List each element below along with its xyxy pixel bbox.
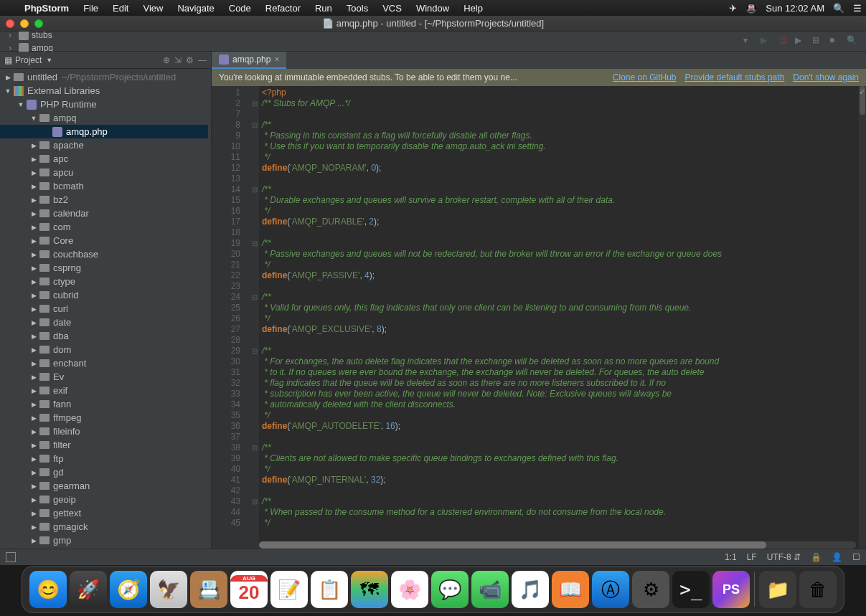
close-window-button[interactable] — [6, 19, 14, 28]
readonly-lock-icon[interactable]: 🔒 — [811, 552, 822, 562]
dock-calendar[interactable]: AUG20 — [230, 571, 268, 608]
chevron-right-icon[interactable]: ▶ — [29, 319, 39, 326]
dock-notes[interactable]: 📝 — [270, 571, 308, 608]
tree-item[interactable]: ▶couchbase — [0, 247, 208, 261]
dock-photos[interactable]: 🌸 — [391, 571, 428, 608]
file-encoding[interactable]: UTF-8 ⇵ — [767, 552, 801, 562]
chevron-right-icon[interactable]: ▶ — [29, 142, 39, 149]
chevron-right-icon[interactable]: ▶ — [29, 387, 39, 394]
tree-item[interactable]: ▶apache — [0, 138, 208, 152]
chevron-right-icon[interactable]: ▶ — [29, 251, 39, 258]
close-tab-button[interactable]: × — [274, 55, 279, 65]
collapse-icon[interactable]: ⇲ — [174, 55, 182, 65]
spotlight-icon[interactable]: 🔍 — [829, 3, 849, 14]
dock-safari[interactable]: 🧭 — [110, 571, 147, 608]
tree-item[interactable]: ▶fileinfo — [0, 425, 208, 438]
chevron-right-icon[interactable]: ▶ — [29, 414, 39, 422]
hide-icon[interactable]: — — [198, 55, 207, 65]
code-text[interactable]: <?php/** Stubs for AMQP ...*/ /** * Pass… — [259, 86, 866, 549]
dock-itunes[interactable]: 🎵 — [512, 571, 549, 608]
tree-item[interactable]: ▶ctype — [0, 275, 208, 288]
dock-facetime[interactable]: 📹 — [471, 571, 509, 608]
tree-item[interactable]: ▶curl — [0, 302, 208, 316]
menu-help[interactable]: Help — [456, 3, 490, 14]
dock-launchpad[interactable]: 🚀 — [70, 571, 107, 608]
app-menu[interactable]: PhpStorm — [17, 3, 76, 14]
chevron-right-icon[interactable]: ▶ — [29, 278, 39, 285]
tree-item[interactable]: ▶exif — [0, 384, 208, 397]
coverage-button[interactable]: ▶ — [795, 35, 808, 48]
chevron-right-icon[interactable]: ▶ — [29, 305, 39, 313]
dock-reminders[interactable]: 📋 — [311, 571, 348, 608]
caret-position[interactable]: 1:1 — [725, 552, 737, 562]
dock-messages[interactable]: 💬 — [431, 571, 469, 608]
chevron-right-icon[interactable]: ▶ — [29, 374, 39, 381]
tree-item[interactable]: ▶dba — [0, 329, 208, 343]
tree-item[interactable]: ▶geoip — [0, 493, 208, 506]
dock-finder[interactable]: 😊 — [29, 571, 67, 608]
chevron-down-icon[interactable]: ▼ — [16, 101, 26, 108]
chevron-right-icon[interactable]: ▶ — [29, 156, 39, 163]
chevron-down-icon[interactable]: ▼ — [3, 87, 13, 95]
menu-code[interactable]: Code — [222, 3, 258, 14]
chevron-right-icon[interactable]: ▶ — [29, 469, 39, 476]
menu-refactor[interactable]: Refactor — [258, 3, 308, 14]
tree-item[interactable]: ▶gearman — [0, 479, 208, 493]
dock-trash[interactable]: 🗑 — [799, 571, 837, 608]
run-button[interactable]: ▶ — [761, 35, 773, 48]
chevron-right-icon[interactable]: ▶ — [29, 360, 39, 367]
chevron-right-icon[interactable]: ▶ — [3, 74, 13, 81]
editor-tab[interactable]: amqp.php × — [212, 52, 286, 69]
minimize-window-button[interactable] — [20, 19, 29, 28]
tree-item[interactable]: ▼PHP Runtime — [0, 98, 208, 111]
tree-item[interactable]: ▶gettext — [0, 506, 208, 520]
tree-item[interactable]: ▶gd — [0, 465, 208, 479]
tree-item[interactable]: ▼External Libraries — [0, 84, 208, 98]
menu-window[interactable]: Window — [409, 3, 456, 14]
banner-link-clone[interactable]: Clone on GitHub — [613, 72, 677, 82]
chevron-down-icon[interactable]: ▼ — [29, 115, 39, 122]
chevron-right-icon[interactable]: ▶ — [29, 401, 39, 408]
chevron-right-icon[interactable]: ▶ — [29, 265, 39, 272]
dock-contacts[interactable]: 📇 — [190, 571, 227, 608]
dock-appstore[interactable]: Ⓐ — [592, 571, 629, 608]
run-config-dropdown[interactable]: ▾ — [743, 35, 756, 48]
inspections-icon[interactable]: 👤 — [832, 552, 842, 562]
tree-item[interactable]: ▶apcu — [0, 166, 208, 179]
menu-file[interactable]: File — [76, 3, 105, 14]
tree-item[interactable]: ▶fann — [0, 397, 208, 411]
line-gutter[interactable]: 1278910111213141516171819202122232425262… — [212, 86, 250, 549]
chevron-right-icon[interactable]: ▶ — [29, 196, 39, 204]
menu-tools[interactable]: Tools — [339, 3, 375, 14]
tree-item[interactable]: ▶ftp — [0, 452, 208, 465]
tree-item[interactable]: ▶gmagick — [0, 520, 208, 534]
menu-run[interactable]: Run — [308, 3, 339, 14]
project-tree[interactable]: ▶untitled~/PhpstormProjects/untitled▼Ext… — [0, 69, 211, 549]
chevron-right-icon[interactable]: ▶ — [29, 483, 39, 490]
dock-mail[interactable]: 🦅 — [150, 571, 187, 608]
zoom-window-button[interactable] — [34, 19, 43, 28]
chevron-right-icon[interactable]: ▶ — [29, 292, 39, 299]
chevron-right-icon[interactable]: ▶ — [29, 510, 39, 517]
menu-extras-icon[interactable]: ☰ — [849, 3, 866, 14]
chevron-right-icon[interactable]: ▶ — [29, 237, 39, 245]
dock-ibooks[interactable]: 📖 — [552, 571, 589, 608]
tree-item[interactable]: ▼ampq — [0, 111, 208, 125]
tree-item[interactable]: ▶bz2 — [0, 193, 208, 207]
tree-item[interactable]: ▶untitled~/PhpstormProjects/untitled — [0, 70, 208, 84]
menu-view[interactable]: View — [136, 3, 170, 14]
memory-icon[interactable]: ☐ — [852, 552, 860, 562]
dock-maps[interactable]: 🗺 — [351, 571, 388, 608]
settings-icon[interactable]: ⚙ — [186, 55, 194, 65]
tool-window-button[interactable] — [6, 552, 16, 562]
tree-item[interactable]: amqp.php — [0, 125, 208, 138]
profile-button[interactable]: ⊞ — [812, 35, 825, 48]
chevron-right-icon[interactable]: ▶ — [29, 224, 39, 231]
project-header[interactable]: ▦ Project ▼ ⊕ ⇲ ⚙ — — [0, 52, 211, 69]
fold-column[interactable]: ⊟⊟⊟⊟⊟⊟⊟⊟ — [250, 86, 259, 549]
chevron-right-icon[interactable]: ▶ — [29, 496, 39, 503]
chevron-right-icon[interactable]: ▶ — [29, 169, 39, 176]
menu-navigate[interactable]: Navigate — [170, 3, 221, 14]
banner-link-stubs[interactable]: Provide default stubs path — [685, 72, 785, 82]
chevron-right-icon[interactable]: ▶ — [29, 428, 39, 435]
